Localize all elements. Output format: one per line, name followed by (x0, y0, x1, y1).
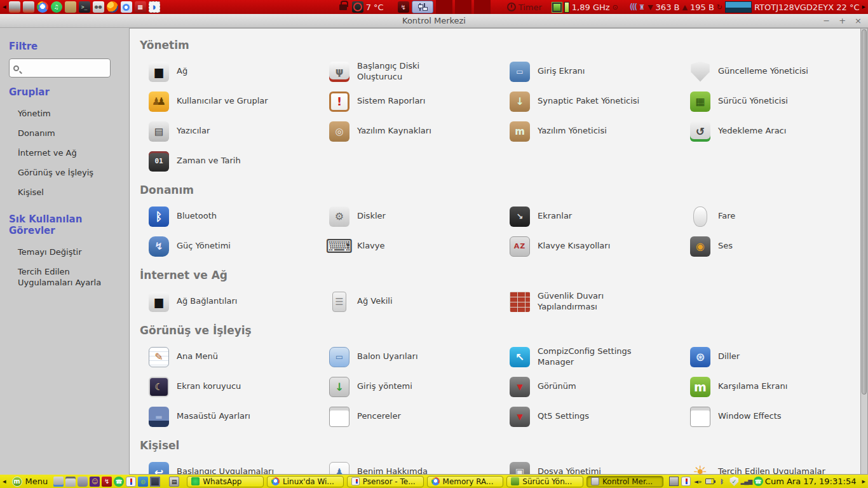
launcher-a-vekili[interactable]: ☰Ağ Vekili (319, 287, 499, 316)
pixel-face-launcher-icon[interactable]: ☺ (90, 477, 100, 487)
taskbar-button-s-r-c-y-n[interactable]: Sürücü Yön... (506, 476, 583, 487)
launcher-g-ncelleme-y-neticisi[interactable]: Güncelleme Yöneticisi (680, 57, 860, 86)
window-list-launcher-icon[interactable] (150, 477, 160, 487)
timer-label[interactable]: Timer (519, 3, 542, 12)
launcher-klavye-k-sayollar[interactable]: AZKlavye Kısayolları (499, 231, 680, 261)
spotify-launcher-icon[interactable]: ♫ (51, 1, 62, 13)
launcher-klavye[interactable]: ⌨Klavye (319, 231, 499, 261)
group-y-netim[interactable]: Yönetim (9, 104, 120, 124)
launcher-giri-y-ntemi[interactable]: ↓Giriş yöntemi (319, 372, 499, 402)
thermometer-tray-icon[interactable] (681, 477, 691, 486)
panel-expand-arrow-icon[interactable]: ▸ (862, 477, 865, 485)
calculator-launcher-icon[interactable]: ▦ (135, 1, 146, 13)
launcher-yaz-l-m-y-neticisi[interactable]: mYazılım Yöneticisi (499, 116, 680, 146)
launcher-yaz-l-m-kaynaklar[interactable]: ◎Yazılım Kaynakları (319, 116, 499, 146)
group-ki-isel[interactable]: Kişisel (9, 183, 120, 203)
volume-tray-icon[interactable]: ◄» (693, 477, 703, 486)
close-button[interactable]: × (855, 14, 862, 28)
launcher-ses[interactable]: ◉Ses (680, 231, 860, 261)
panel-collapse-arrow-icon[interactable]: ◂ (3, 477, 6, 485)
launcher-ba-lang-uygulamalar[interactable]: ↩Başlangıç Uygulamaları (139, 457, 319, 475)
launcher-diskler[interactable]: ⚙Diskler (319, 201, 499, 231)
panel-expand-arrow-icon[interactable]: ▸ (862, 0, 865, 14)
whatsapp-launcher-icon[interactable]: ☎ (114, 477, 124, 487)
lock-icon[interactable] (339, 4, 347, 10)
disk-utility-launcher-icon[interactable]: ●● (93, 1, 104, 13)
search-input[interactable] (22, 64, 106, 73)
launcher-dosya-y-netimi[interactable]: ▣Dosya Yönetimi (499, 457, 680, 475)
launcher-g-venlik-duvar-yap-land-rmas[interactable]: Güvenlik Duvarı Yapılandırması (499, 287, 680, 316)
launcher-kar-lama-ekran[interactable]: mKarşılama Ekranı (680, 372, 860, 402)
task-temay-de-i-tir[interactable]: Temayı Değiştir (9, 243, 120, 262)
taskbar-button-linux-da-wi[interactable]: Linux'da Wi... (267, 476, 344, 487)
display-settings-launcher-icon[interactable] (53, 477, 64, 487)
launcher-kullan-c-lar-ve-gruplar[interactable]: ♟Kullanıcılar ve Gruplar (139, 86, 319, 116)
launcher-sistem-raporlar[interactable]: !Sistem Raporları (319, 86, 499, 116)
taskbar-button-whatsapp[interactable]: WhatsApp (187, 476, 264, 487)
launcher-compizconfig-settings-manager[interactable]: ↖CompizConfig Settings Manager (499, 342, 680, 372)
launcher-masa-st-ayarlar[interactable]: ▬Masaüstü Ayarları (139, 402, 319, 431)
launcher-giri-ekran[interactable]: ▭Giriş Ekranı (499, 57, 680, 86)
sliders-applet-icon[interactable] (412, 1, 433, 13)
scrollbar-thumb[interactable] (862, 29, 867, 395)
mail-stamp-launcher-icon[interactable]: ◗ (149, 1, 160, 13)
launcher-ba-lang-diski-olu-turucu[interactable]: ψBaşlangıç Diski Oluşturucu (319, 57, 499, 86)
chromium-launcher-icon[interactable] (121, 1, 132, 13)
launcher-a[interactable]: ▆Ağ (139, 57, 319, 86)
timer-icon[interactable] (507, 3, 516, 11)
display-tray-icon[interactable] (669, 477, 679, 486)
search-box[interactable] (9, 58, 111, 78)
refresh-icon[interactable]: ↻ (717, 3, 722, 11)
launcher-pencereler[interactable]: Pencereler (319, 402, 499, 431)
launcher-a-ba-lant-lar[interactable]: ▆Ağ Bağlantıları (139, 287, 319, 316)
group-g-r-n-ve-i-leyi[interactable]: Görünüş ve İşleyiş (9, 163, 120, 183)
launcher-ekran-koruyucu[interactable]: ☾Ekran koruyucu (139, 372, 319, 402)
network-history-graph[interactable] (725, 1, 752, 13)
vertical-scrollbar[interactable] (860, 28, 868, 475)
launcher-benim-hakk-mda[interactable]: ♟Benim Hakkımda (319, 457, 499, 475)
battery-tray-icon[interactable] (705, 478, 714, 484)
sensor-launcher-icon[interactable] (9, 1, 20, 13)
taskbar-button-memory-ra[interactable]: Memory RA... (427, 476, 504, 487)
cpu-icon[interactable] (552, 3, 562, 12)
launcher-g-r-n-m[interactable]: ▼Görünüm (499, 372, 680, 402)
launcher-yaz-c-lar[interactable]: ▤Yazıcılar (139, 116, 319, 146)
panel-collapse-arrow-icon[interactable]: ◂ (3, 0, 6, 14)
update-shield-tray-icon[interactable]: ✓ (729, 477, 739, 486)
taskbar-button-kontrol-mer[interactable]: Kontrol Mer... (587, 476, 663, 487)
group-donan-m[interactable]: Donanım (9, 124, 120, 144)
world-map-launcher-icon[interactable]: ◍ (138, 477, 148, 487)
launcher-window-effects[interactable]: Window Effects (680, 402, 860, 431)
launcher-tercih-edilen-uygulamalar[interactable]: ☀Tercih Edilen Uygulamalar (680, 457, 860, 475)
launcher-ekranlar[interactable]: ↘Ekranlar (499, 201, 680, 231)
launcher-yedekleme-arac[interactable]: ↺Yedekleme Aracı (680, 116, 860, 146)
crash-indicator-icon[interactable]: ↯ (398, 1, 409, 13)
file-cabinet-launcher-icon[interactable]: ▤ (169, 477, 179, 487)
launcher-qt5-settings[interactable]: ▼Qt5 Settings (499, 402, 680, 431)
wifi-signal-icon[interactable]: ((( (630, 3, 636, 11)
window-titlebar[interactable]: Kontrol Merkezi − + × (0, 14, 868, 28)
launcher-s-r-c-y-neticisi[interactable]: ▦Sürücü Yöneticisi (680, 86, 860, 116)
task-tercih-edilen-uygulamalar-ayarla[interactable]: Tercih Edilen Uygulamaları Ayarla (9, 262, 120, 293)
psensor-launcher-icon[interactable] (126, 477, 136, 487)
taskbar-button-psensor-te[interactable]: Psensor - Te... (347, 476, 424, 487)
launcher-fare[interactable]: Fare (680, 201, 860, 231)
launcher-bluetooth[interactable]: ᛒBluetooth (139, 201, 319, 231)
bluetooth-tray-icon[interactable]: ᛒ (717, 477, 727, 486)
launcher-g-y-netimi[interactable]: ↯Güç Yönetimi (139, 231, 319, 261)
launcher-zaman-ve-tarih[interactable]: 01Zaman ve Tarih (139, 146, 319, 176)
firefox-launcher-icon[interactable] (107, 1, 118, 13)
launcher-synaptic-paket-y-neticisi[interactable]: ↓Synaptic Paket Yöneticisi (499, 86, 680, 116)
group-i-nternet-ve-a[interactable]: İnternet ve Ağ (9, 144, 120, 163)
disk-launcher-icon[interactable] (78, 477, 88, 487)
maximize-button[interactable]: + (839, 14, 846, 28)
app-launcher-icon[interactable] (65, 1, 76, 13)
launcher-diller[interactable]: ⊛Diller (680, 342, 860, 372)
whatsapp-tray-icon[interactable]: ☎ (754, 477, 763, 486)
terminal-launcher-icon[interactable]: >_ (79, 1, 90, 13)
clock[interactable]: Cum Ara 17, 19:31:54 (765, 477, 860, 486)
chrome-launcher-icon[interactable] (37, 1, 48, 13)
sensor-launcher-icon[interactable] (23, 1, 34, 13)
menu-button[interactable]: m Menu (8, 475, 52, 488)
screenshot-launcher-icon[interactable] (65, 477, 76, 487)
